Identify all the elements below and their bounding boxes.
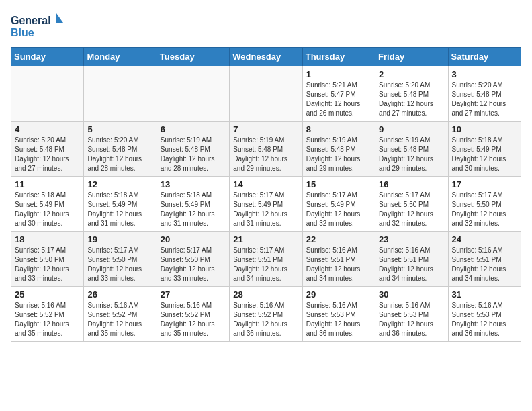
day-detail: Sunrise: 5:19 AM Sunset: 5:48 PM Dayligh…: [233, 136, 298, 173]
calendar-cell: 11Sunrise: 5:18 AM Sunset: 5:49 PM Dayli…: [11, 177, 84, 232]
col-header-wednesday: Wednesday: [230, 48, 302, 66]
col-header-sunday: Sunday: [11, 48, 84, 66]
svg-text:General: General: [11, 15, 51, 26]
logo-svg: General Blue: [11, 11, 64, 42]
calendar-cell: 13Sunrise: 5:18 AM Sunset: 5:49 PM Dayli…: [157, 177, 229, 232]
calendar-cell: 12Sunrise: 5:18 AM Sunset: 5:49 PM Dayli…: [84, 177, 157, 232]
day-detail: Sunrise: 5:16 AM Sunset: 5:52 PM Dayligh…: [161, 301, 226, 338]
calendar-cell: [230, 66, 302, 122]
calendar-cell: [84, 66, 157, 122]
calendar-cell: 30Sunrise: 5:16 AM Sunset: 5:53 PM Dayli…: [375, 287, 448, 342]
calendar-week-row: 25Sunrise: 5:16 AM Sunset: 5:52 PM Dayli…: [11, 287, 521, 342]
calendar-cell: [11, 66, 84, 122]
calendar-cell: 23Sunrise: 5:16 AM Sunset: 5:51 PM Dayli…: [375, 232, 448, 287]
calendar-cell: 9Sunrise: 5:19 AM Sunset: 5:48 PM Daylig…: [375, 122, 448, 177]
calendar-cell: 5Sunrise: 5:20 AM Sunset: 5:48 PM Daylig…: [84, 122, 157, 177]
day-detail: Sunrise: 5:16 AM Sunset: 5:51 PM Dayligh…: [379, 246, 444, 283]
calendar-cell: 25Sunrise: 5:16 AM Sunset: 5:52 PM Dayli…: [11, 287, 84, 342]
col-header-thursday: Thursday: [302, 48, 375, 66]
day-number: 14: [233, 179, 298, 189]
calendar-week-row: 18Sunrise: 5:17 AM Sunset: 5:50 PM Dayli…: [11, 232, 521, 287]
day-number: 8: [306, 124, 371, 134]
day-number: 18: [15, 234, 80, 244]
day-detail: Sunrise: 5:17 AM Sunset: 5:50 PM Dayligh…: [15, 246, 80, 283]
day-detail: Sunrise: 5:17 AM Sunset: 5:50 PM Dayligh…: [87, 246, 152, 283]
day-detail: Sunrise: 5:19 AM Sunset: 5:48 PM Dayligh…: [379, 136, 444, 173]
day-number: 24: [452, 234, 517, 244]
calendar-table: SundayMondayTuesdayWednesdayThursdayFrid…: [11, 47, 521, 342]
day-number: 16: [379, 179, 444, 189]
day-detail: Sunrise: 5:16 AM Sunset: 5:52 PM Dayligh…: [15, 301, 80, 338]
calendar-cell: 18Sunrise: 5:17 AM Sunset: 5:50 PM Dayli…: [11, 232, 84, 287]
day-detail: Sunrise: 5:16 AM Sunset: 5:51 PM Dayligh…: [452, 246, 517, 283]
calendar-cell: 14Sunrise: 5:17 AM Sunset: 5:49 PM Dayli…: [230, 177, 302, 232]
day-detail: Sunrise: 5:16 AM Sunset: 5:53 PM Dayligh…: [452, 301, 517, 338]
calendar-cell: 19Sunrise: 5:17 AM Sunset: 5:50 PM Dayli…: [84, 232, 157, 287]
day-number: 1: [306, 69, 371, 79]
day-number: 5: [87, 124, 152, 134]
day-number: 21: [233, 234, 298, 244]
day-number: 2: [379, 69, 444, 79]
day-detail: Sunrise: 5:17 AM Sunset: 5:49 PM Dayligh…: [306, 191, 371, 228]
calendar-week-row: 1Sunrise: 5:21 AM Sunset: 5:47 PM Daylig…: [11, 66, 521, 122]
logo: General Blue: [11, 11, 64, 42]
calendar-cell: 4Sunrise: 5:20 AM Sunset: 5:48 PM Daylig…: [11, 122, 84, 177]
calendar-cell: 7Sunrise: 5:19 AM Sunset: 5:48 PM Daylig…: [230, 122, 302, 177]
day-number: 19: [87, 234, 152, 244]
calendar-cell: 10Sunrise: 5:18 AM Sunset: 5:49 PM Dayli…: [448, 122, 521, 177]
day-detail: Sunrise: 5:17 AM Sunset: 5:50 PM Dayligh…: [379, 191, 444, 228]
day-number: 28: [233, 289, 298, 300]
day-detail: Sunrise: 5:17 AM Sunset: 5:50 PM Dayligh…: [452, 191, 517, 228]
calendar-cell: 26Sunrise: 5:16 AM Sunset: 5:52 PM Dayli…: [84, 287, 157, 342]
calendar-cell: 24Sunrise: 5:16 AM Sunset: 5:51 PM Dayli…: [448, 232, 521, 287]
day-detail: Sunrise: 5:16 AM Sunset: 5:53 PM Dayligh…: [306, 301, 371, 338]
day-number: 27: [161, 289, 226, 300]
day-detail: Sunrise: 5:18 AM Sunset: 5:49 PM Dayligh…: [87, 191, 152, 228]
day-number: 17: [452, 179, 517, 189]
calendar-cell: 6Sunrise: 5:19 AM Sunset: 5:48 PM Daylig…: [157, 122, 229, 177]
calendar-cell: 29Sunrise: 5:16 AM Sunset: 5:53 PM Dayli…: [302, 287, 375, 342]
col-header-tuesday: Tuesday: [157, 48, 229, 66]
calendar-cell: [157, 66, 229, 122]
calendar-cell: 28Sunrise: 5:16 AM Sunset: 5:52 PM Dayli…: [230, 287, 302, 342]
day-number: 4: [15, 124, 80, 134]
day-number: 9: [379, 124, 444, 134]
day-detail: Sunrise: 5:19 AM Sunset: 5:48 PM Dayligh…: [306, 136, 371, 173]
calendar-week-row: 11Sunrise: 5:18 AM Sunset: 5:49 PM Dayli…: [11, 177, 521, 232]
day-number: 31: [452, 289, 517, 300]
calendar-cell: 20Sunrise: 5:17 AM Sunset: 5:50 PM Dayli…: [157, 232, 229, 287]
calendar-cell: 21Sunrise: 5:17 AM Sunset: 5:51 PM Dayli…: [230, 232, 302, 287]
day-detail: Sunrise: 5:20 AM Sunset: 5:48 PM Dayligh…: [379, 81, 444, 118]
day-detail: Sunrise: 5:17 AM Sunset: 5:51 PM Dayligh…: [233, 246, 298, 283]
calendar-cell: 17Sunrise: 5:17 AM Sunset: 5:50 PM Dayli…: [448, 177, 521, 232]
day-number: 12: [87, 179, 152, 189]
day-detail: Sunrise: 5:20 AM Sunset: 5:48 PM Dayligh…: [87, 136, 152, 173]
day-detail: Sunrise: 5:18 AM Sunset: 5:49 PM Dayligh…: [452, 136, 517, 173]
calendar-cell: 8Sunrise: 5:19 AM Sunset: 5:48 PM Daylig…: [302, 122, 375, 177]
day-number: 7: [233, 124, 298, 134]
day-number: 20: [161, 234, 226, 244]
calendar-cell: 1Sunrise: 5:21 AM Sunset: 5:47 PM Daylig…: [302, 66, 375, 122]
col-header-saturday: Saturday: [448, 48, 521, 66]
day-number: 25: [15, 289, 80, 300]
calendar-cell: 15Sunrise: 5:17 AM Sunset: 5:49 PM Dayli…: [302, 177, 375, 232]
day-number: 29: [306, 289, 371, 300]
day-detail: Sunrise: 5:18 AM Sunset: 5:49 PM Dayligh…: [15, 191, 80, 228]
day-number: 6: [161, 124, 226, 134]
day-number: 3: [452, 69, 517, 79]
day-detail: Sunrise: 5:17 AM Sunset: 5:50 PM Dayligh…: [161, 246, 226, 283]
day-number: 11: [15, 179, 80, 189]
day-number: 10: [452, 124, 517, 134]
day-detail: Sunrise: 5:16 AM Sunset: 5:53 PM Dayligh…: [379, 301, 444, 338]
calendar-week-row: 4Sunrise: 5:20 AM Sunset: 5:48 PM Daylig…: [11, 122, 521, 177]
calendar-cell: 2Sunrise: 5:20 AM Sunset: 5:48 PM Daylig…: [375, 66, 448, 122]
day-detail: Sunrise: 5:20 AM Sunset: 5:48 PM Dayligh…: [452, 81, 517, 118]
calendar-cell: 3Sunrise: 5:20 AM Sunset: 5:48 PM Daylig…: [448, 66, 521, 122]
day-number: 22: [306, 234, 371, 244]
day-detail: Sunrise: 5:16 AM Sunset: 5:52 PM Dayligh…: [233, 301, 298, 338]
day-detail: Sunrise: 5:19 AM Sunset: 5:48 PM Dayligh…: [161, 136, 226, 173]
col-header-friday: Friday: [375, 48, 448, 66]
day-number: 30: [379, 289, 444, 300]
day-number: 15: [306, 179, 371, 189]
day-detail: Sunrise: 5:18 AM Sunset: 5:49 PM Dayligh…: [161, 191, 226, 228]
